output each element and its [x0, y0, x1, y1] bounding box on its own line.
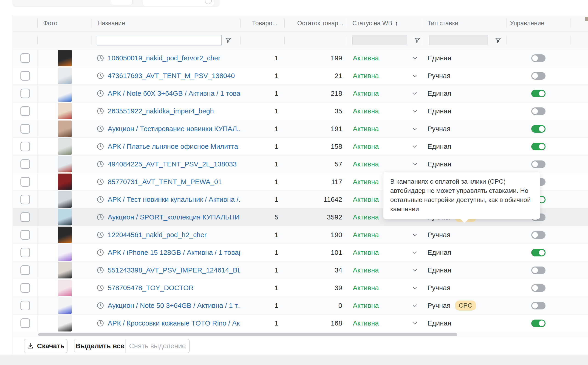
row-checkbox[interactable]: [21, 142, 30, 151]
campaign-toggle-switch[interactable]: [531, 302, 545, 309]
stock-count-link[interactable]: 199: [331, 54, 342, 62]
stock-count-link[interactable]: 39: [335, 284, 342, 292]
campaign-name-link[interactable]: АРК / Note 60X 3+64GB / Активна / 1 това…: [108, 90, 240, 97]
campaign-name-link[interactable]: 106050019_nakid_pod_fervor2_cher: [108, 54, 220, 62]
chevron-down-icon[interactable]: [412, 161, 418, 167]
filter-funnel-icon[interactable]: [414, 37, 420, 43]
row-checkbox[interactable]: [21, 230, 30, 240]
campaign-name-link[interactable]: 263551922_nakidka_imper4_begh: [108, 107, 214, 115]
row-checkbox[interactable]: [21, 301, 30, 310]
campaign-name-link[interactable]: 578705478_TOY_DOCTOR: [108, 284, 194, 292]
campaign-name-link[interactable]: АРК / Тест новинки купальник / Активна /…: [108, 196, 240, 204]
stock-count-link[interactable]: 3592: [327, 213, 342, 221]
chevron-down-icon[interactable]: [412, 267, 418, 273]
product-photo[interactable]: [58, 174, 72, 190]
campaign-toggle-switch[interactable]: [531, 231, 545, 239]
product-photo[interactable]: [58, 227, 72, 243]
campaign-toggle-switch[interactable]: [531, 54, 545, 62]
campaign-name-link[interactable]: 494084225_AVT_TENT_PSV_2L_138033: [108, 160, 237, 168]
product-photo[interactable]: [58, 85, 72, 102]
filter-funnel-icon[interactable]: [495, 37, 501, 43]
product-photo[interactable]: [58, 103, 72, 119]
product-photo[interactable]: [58, 138, 72, 155]
bid-type-filter-input[interactable]: [429, 35, 488, 45]
product-photo[interactable]: [58, 280, 72, 296]
campaign-name-link[interactable]: Аукцион / Note 50 3+64GB / Активна / 1 т…: [108, 302, 240, 309]
stock-count-link[interactable]: 57: [335, 160, 342, 168]
stock-count-link[interactable]: 190: [331, 231, 342, 239]
campaign-toggle-switch[interactable]: [531, 72, 545, 80]
campaign-toggle-switch[interactable]: [531, 125, 545, 133]
campaign-toggle-switch[interactable]: [531, 284, 545, 292]
campaign-name-link[interactable]: 473617693_AVT_TENT_M_PSV_138040: [108, 72, 235, 80]
campaign-name-link[interactable]: 122044561_nakid_pod_h2_cher: [108, 231, 206, 239]
top-stepper-control[interactable]: [111, 0, 133, 5]
row-checkbox[interactable]: [21, 265, 30, 275]
deselect-all-button[interactable]: Снять выделение: [126, 339, 189, 353]
stock-count-link[interactable]: 34: [335, 266, 342, 274]
campaign-name-link[interactable]: 551243398_AVT_PSV_IMPER_124614_BLACK...: [108, 266, 240, 274]
row-checkbox[interactable]: [21, 71, 30, 81]
row-checkbox[interactable]: [21, 89, 30, 98]
row-checkbox[interactable]: [21, 212, 30, 222]
row-checkbox[interactable]: [21, 53, 30, 63]
stock-count-link[interactable]: 35: [335, 107, 342, 115]
campaign-toggle-switch[interactable]: [531, 161, 545, 168]
product-photo[interactable]: [58, 297, 72, 314]
campaign-name-link[interactable]: Аукцион / SPORT_коллекция КУПАЛЬНИК...: [108, 213, 240, 221]
chevron-down-icon[interactable]: [412, 143, 418, 149]
row-checkbox[interactable]: [21, 124, 30, 133]
stock-count-link[interactable]: 21: [335, 72, 342, 80]
name-filter-input[interactable]: [97, 35, 222, 45]
campaign-toggle-switch[interactable]: [531, 249, 545, 256]
horizontal-scrollbar-thumb[interactable]: [38, 333, 457, 336]
stock-count-link[interactable]: 168: [331, 319, 342, 327]
chevron-down-icon[interactable]: [412, 55, 418, 61]
sort-ascending-icon[interactable]: ↑: [395, 20, 398, 27]
status-filter-input[interactable]: [352, 35, 407, 45]
stock-count-link[interactable]: 101: [331, 249, 342, 256]
product-photo[interactable]: [58, 50, 72, 66]
row-checkbox[interactable]: [21, 159, 30, 169]
campaign-toggle-switch[interactable]: [531, 143, 545, 150]
row-checkbox[interactable]: [21, 248, 30, 257]
top-select-control[interactable]: [142, 0, 214, 6]
chevron-down-icon[interactable]: [412, 126, 418, 132]
chevron-down-icon[interactable]: [412, 302, 418, 309]
stock-count-link[interactable]: 218: [331, 90, 342, 97]
product-photo[interactable]: [58, 262, 72, 278]
product-photo[interactable]: [58, 68, 72, 84]
campaign-name-link[interactable]: Аукцион / Тестирование новинки КУПАЛ...: [108, 125, 240, 133]
campaign-name-link[interactable]: АРК / Платье льняное офисное Милитта / .…: [108, 143, 240, 150]
stock-count-link[interactable]: 0: [338, 302, 342, 309]
row-checkbox[interactable]: [21, 106, 30, 116]
campaign-name-link[interactable]: АРК / Кроссовки кожаные TOTO Rino / Ак..…: [108, 319, 240, 327]
row-checkbox[interactable]: [21, 318, 30, 328]
row-checkbox[interactable]: [21, 283, 30, 293]
column-header-status[interactable]: Статус на WB ↑: [346, 15, 422, 31]
chevron-down-icon[interactable]: [412, 232, 418, 238]
stock-count-link[interactable]: 158: [331, 143, 342, 150]
chevron-down-icon[interactable]: [412, 320, 418, 326]
select-all-button[interactable]: Выделить все: [74, 339, 126, 353]
chevron-down-icon[interactable]: [412, 285, 418, 291]
chevron-down-icon[interactable]: [412, 108, 418, 114]
product-photo[interactable]: [58, 156, 72, 172]
product-photo[interactable]: [58, 315, 72, 331]
product-photo[interactable]: [58, 120, 72, 137]
stock-count-link[interactable]: 117: [331, 178, 342, 186]
row-checkbox[interactable]: [21, 177, 30, 187]
campaign-toggle-switch[interactable]: [531, 267, 545, 274]
row-checkbox[interactable]: [21, 195, 30, 204]
chevron-down-icon[interactable]: [412, 250, 418, 255]
filter-funnel-icon[interactable]: [225, 37, 231, 43]
chevron-down-icon[interactable]: [412, 73, 418, 79]
campaign-toggle-switch[interactable]: [531, 90, 545, 97]
chevron-down-icon[interactable]: [412, 91, 418, 96]
product-photo[interactable]: [58, 209, 72, 225]
campaign-name-link[interactable]: 85770731_AVT_TENT_M_PEWA_01: [108, 178, 222, 186]
campaign-name-link[interactable]: АРК / iPhone 15 128GB / Активна / 1 това…: [108, 249, 240, 256]
campaign-toggle-switch[interactable]: [531, 320, 545, 327]
campaign-toggle-switch[interactable]: [531, 107, 545, 115]
product-photo[interactable]: [58, 244, 72, 261]
